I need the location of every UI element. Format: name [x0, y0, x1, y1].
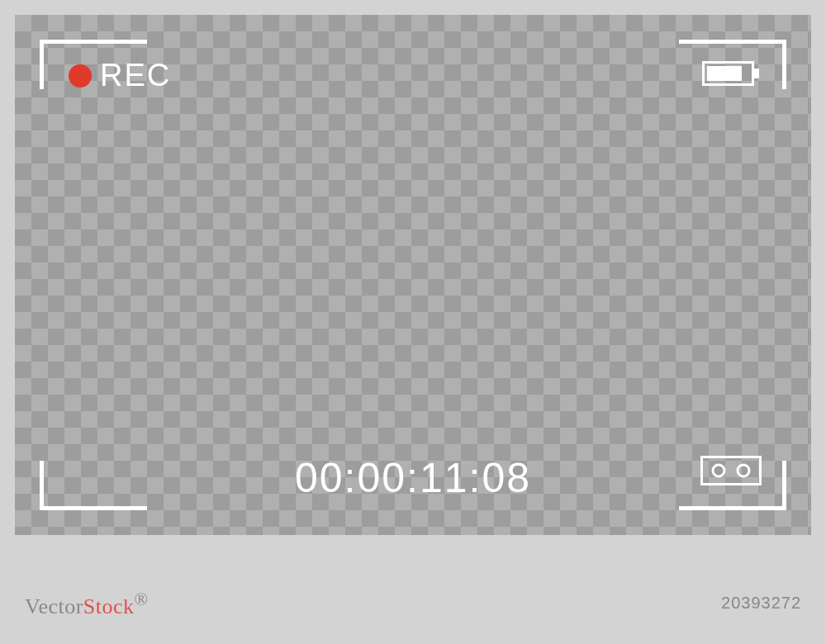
recording-indicator: REC: [69, 58, 171, 93]
watermark-registered: ®: [135, 590, 149, 609]
watermark-brand: VectorStock®: [25, 590, 149, 619]
watermark-suffix: Stock: [83, 594, 135, 618]
page-background: REC 00:00:11:08 VectorStock® 20393272: [0, 0, 826, 644]
watermark-prefix: Vector: [25, 594, 83, 618]
svg-rect-3: [702, 457, 761, 485]
watermark-id: 20393272: [721, 594, 801, 613]
cassette-tape-icon: [700, 456, 762, 489]
battery-icon: [702, 61, 760, 89]
record-dot-icon: [69, 64, 92, 88]
svg-point-5: [738, 465, 749, 476]
camera-viewfinder: REC 00:00:11:08: [15, 15, 811, 535]
svg-rect-1: [754, 69, 759, 78]
recording-label: REC: [100, 58, 171, 93]
svg-point-4: [713, 465, 724, 476]
svg-rect-2: [707, 66, 742, 81]
timecode-display: 00:00:11:08: [295, 454, 531, 502]
frame-corner-bottom-left: [40, 461, 147, 510]
